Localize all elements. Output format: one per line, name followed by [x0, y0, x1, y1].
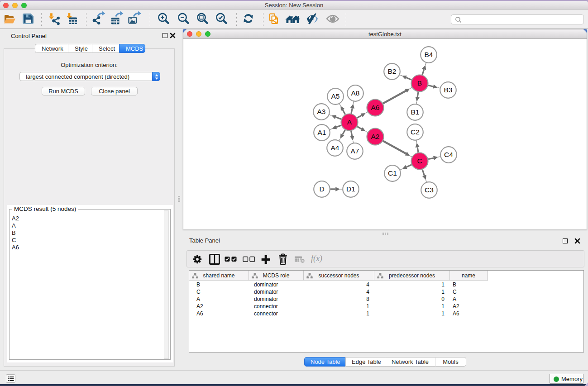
- svg-text:A5: A5: [331, 92, 340, 100]
- svg-text:D1: D1: [346, 185, 355, 193]
- svg-text:A8: A8: [351, 89, 360, 97]
- svg-text:B1: B1: [411, 108, 420, 116]
- svg-text:A3: A3: [317, 108, 326, 115]
- svg-text:A6: A6: [371, 104, 380, 111]
- svg-text:B: B: [417, 79, 422, 87]
- svg-text:D: D: [319, 185, 324, 193]
- svg-text:C1: C1: [388, 169, 397, 177]
- svg-text:A: A: [347, 118, 352, 126]
- svg-text:C3: C3: [425, 186, 434, 194]
- svg-text:A7: A7: [351, 147, 359, 155]
- svg-text:B4: B4: [425, 51, 433, 58]
- svg-text:C4: C4: [444, 151, 453, 158]
- svg-text:B2: B2: [388, 67, 397, 75]
- svg-text:C2: C2: [411, 128, 420, 136]
- svg-text:A4: A4: [331, 144, 339, 152]
- svg-text:A2: A2: [371, 133, 380, 140]
- svg-text:A1: A1: [318, 129, 326, 136]
- svg-text:C: C: [417, 157, 422, 165]
- svg-text:B3: B3: [444, 86, 453, 94]
